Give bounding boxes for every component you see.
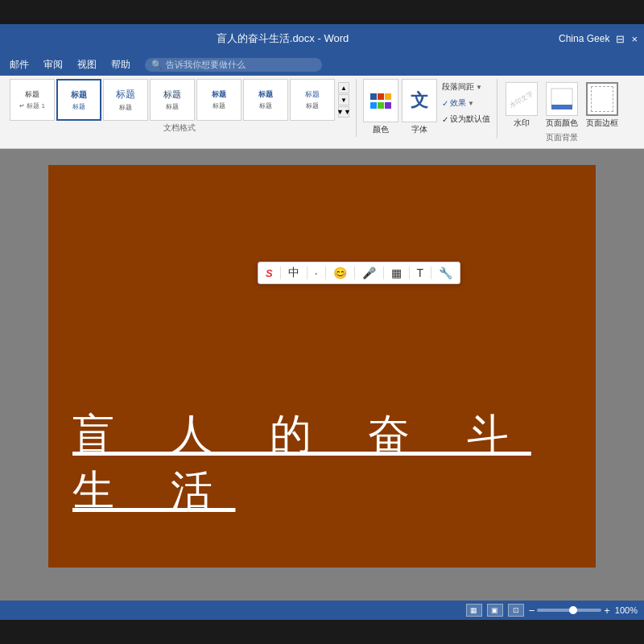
watermark-button[interactable]: 水印文字 水印 <box>504 82 539 129</box>
style-scroll-more[interactable]: ▼▼ <box>338 106 349 118</box>
pagebg-items: 水印文字 水印 页面颜色 <box>501 79 623 132</box>
page-bg-section-label: 页面背景 <box>501 132 623 145</box>
para-space-button[interactable]: 段落间距 ▼ <box>440 80 492 93</box>
punctuation-icon[interactable]: · <box>312 266 320 280</box>
color-swatch-yellow <box>385 93 391 100</box>
keyboard-icon[interactable]: ▦ <box>389 266 404 280</box>
set-default-button[interactable]: ✓ 设为默认值 <box>440 113 492 126</box>
document-page: S 中 · 😊 🎤 ▦ T 🔧 盲 人 的 奋 斗 生 活 <box>48 165 596 568</box>
window-icon[interactable]: ⊟ <box>616 33 625 45</box>
style-scroll-down[interactable]: ▼ <box>338 94 349 105</box>
style-item-h4[interactable]: 标题 标题 <box>196 79 242 121</box>
ribbon-content: 标题 ↵ 标题 1 标题 标题 标题 标题 标题 标题 <box>0 76 644 148</box>
menu-item-view[interactable]: 视图 <box>71 56 103 74</box>
page-color-label: 页面颜色 <box>546 118 578 129</box>
colors-label: 颜色 <box>373 124 389 135</box>
title-bar: 盲人的奋斗生活.docx - Word China Geek ⊟ × <box>0 24 644 53</box>
watermark-icon: 水印文字 <box>506 82 538 116</box>
status-bar: ▦ ▣ ⊡ − + 100% <box>0 601 644 620</box>
search-input[interactable] <box>166 60 295 69</box>
chinese-input-icon[interactable]: 中 <box>286 265 302 281</box>
styles-section-label: 文档格式 <box>163 121 196 134</box>
color-swatch-blue <box>370 93 377 100</box>
ribbon-section-pagebg: 水印文字 水印 页面颜色 <box>501 79 623 145</box>
voice-icon[interactable]: 🎤 <box>360 266 378 280</box>
text-icon[interactable]: T <box>415 266 427 280</box>
fonts-group: 文 字体 <box>402 79 437 135</box>
page-border-icon <box>586 82 618 116</box>
view-mode-read[interactable]: ▣ <box>487 604 503 617</box>
title-bar-right: China Geek ⊟ × <box>559 33 638 45</box>
style-item-h1[interactable]: 标题 标题 <box>56 79 101 121</box>
color-swatch-lightblue <box>370 102 377 109</box>
theme-items: 颜色 文 字体 段落间距 ▼ ✓ <box>363 79 492 135</box>
color-swatch-purple <box>385 102 391 109</box>
fonts-label: 字体 <box>411 124 427 135</box>
watermark-label: 水印 <box>514 118 530 129</box>
zoom-thumb <box>569 606 577 614</box>
style-scroll-buttons: ▲ ▼ ▼▼ <box>338 82 349 118</box>
svg-rect-0 <box>551 89 572 106</box>
emoji-icon[interactable]: 😊 <box>331 266 349 280</box>
effects-button[interactable]: ✓ 效果 ▼ <box>440 97 492 109</box>
zoom-percent: 100% <box>615 605 638 615</box>
style-item-h3[interactable]: 标题 标题 <box>150 79 195 121</box>
zoom-track[interactable] <box>537 609 601 612</box>
menu-item-help[interactable]: 帮助 <box>105 56 137 74</box>
colors-button[interactable] <box>363 79 398 122</box>
page-color-button[interactable]: 页面颜色 <box>544 82 580 129</box>
style-scroll-up[interactable]: ▲ <box>338 82 349 93</box>
style-gallery: 标题 ↵ 标题 1 标题 标题 标题 标题 标题 标题 <box>10 79 349 121</box>
view-mode-normal[interactable]: ▦ <box>466 604 482 617</box>
zoom-plus-icon[interactable]: + <box>604 605 610 617</box>
close-icon[interactable]: × <box>631 33 638 45</box>
input-toolbar: S 中 · 😊 🎤 ▦ T 🔧 <box>258 262 460 284</box>
ribbon-section-theme: 颜色 文 字体 段落间距 ▼ ✓ <box>360 79 497 138</box>
user-name: China Geek <box>559 33 609 44</box>
sougou-logo[interactable]: S <box>263 266 275 280</box>
search-box[interactable]: 🔍 <box>145 58 322 72</box>
menu-item-mail[interactable]: 邮件 <box>3 56 35 74</box>
zoom-slider[interactable]: − + <box>529 605 610 617</box>
status-bar-right: ▦ ▣ ⊡ − + 100% <box>466 604 638 617</box>
document-title: 盲 人 的 奋 斗 生 活 <box>72 407 596 519</box>
document-container: S 中 · 😊 🎤 ▦ T 🔧 盲 人 的 奋 斗 生 活 <box>0 149 644 601</box>
style-item-h5[interactable]: 标题 标题 <box>243 79 288 121</box>
style-item-h6[interactable]: 标题 标题 <box>290 79 335 121</box>
settings-icon[interactable]: 🔧 <box>436 266 455 280</box>
page-color-icon <box>546 82 578 116</box>
page-color-svg <box>550 87 574 111</box>
ribbon: 标题 ↵ 标题 1 标题 标题 标题 标题 标题 标题 <box>0 76 644 149</box>
view-mode-web[interactable]: ⊡ <box>508 604 524 617</box>
zoom-minus-icon[interactable]: − <box>529 605 535 617</box>
menu-bar: 邮件 审阅 视图 帮助 🔍 <box>0 53 644 76</box>
page-border-label: 页面边框 <box>586 118 618 129</box>
menu-item-review[interactable]: 审阅 <box>37 56 69 74</box>
style-item-normal[interactable]: 标题 ↵ 标题 1 <box>10 79 55 121</box>
colors-group: 颜色 <box>363 79 398 135</box>
style-item-h2[interactable]: 标题 标题 <box>103 79 148 121</box>
search-icon: 🔍 <box>151 60 163 70</box>
fonts-button[interactable]: 文 <box>402 79 437 122</box>
page-border-button[interactable]: 页面边框 <box>584 82 620 129</box>
color-swatch-red <box>378 93 384 100</box>
effects-subgroup: 段落间距 ▼ ✓ 效果 ▼ ✓ 设为默认值 <box>440 79 492 126</box>
svg-rect-1 <box>551 105 572 109</box>
color-swatch-green <box>378 102 384 109</box>
window-title: 盲人的奋斗生活.docx - Word <box>6 31 559 46</box>
ribbon-section-styles: 标题 ↵ 标题 1 标题 标题 标题 标题 标题 标题 <box>6 79 357 137</box>
